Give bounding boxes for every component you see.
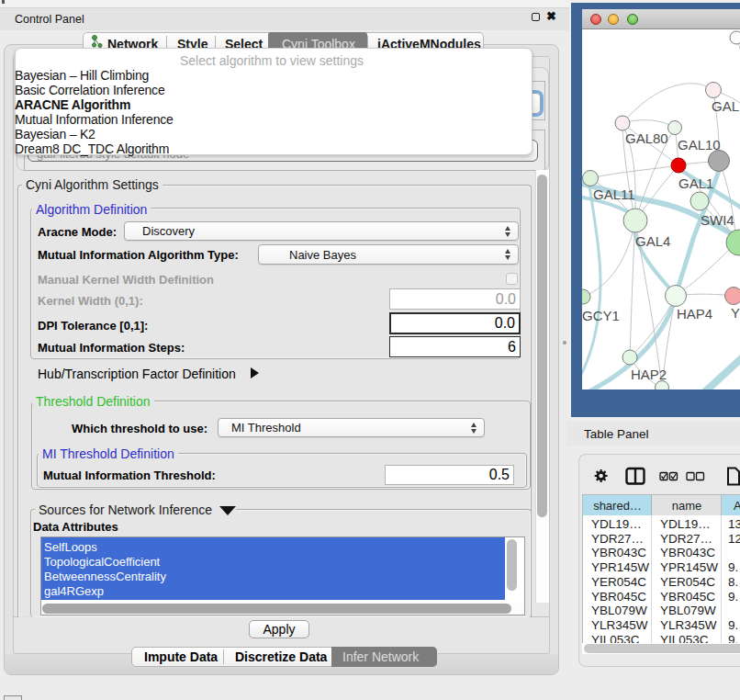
svg-text:GAL: GAL	[712, 98, 739, 114]
svg-text:HAP4: HAP4	[677, 306, 712, 322]
svg-text:GCY1: GCY1	[582, 308, 620, 323]
svg-text:Y: Y	[731, 305, 740, 321]
svg-text:SWI4: SWI4	[701, 212, 734, 228]
svg-text:GAL80: GAL80	[625, 130, 668, 146]
svg-text:GAL4: GAL4	[635, 233, 670, 249]
svg-text:GAL11: GAL11	[593, 186, 635, 202]
svg-text:GAL10: GAL10	[678, 137, 721, 152]
svg-text:GAL1: GAL1	[678, 175, 713, 191]
svg-text:HAP2: HAP2	[631, 367, 667, 382]
